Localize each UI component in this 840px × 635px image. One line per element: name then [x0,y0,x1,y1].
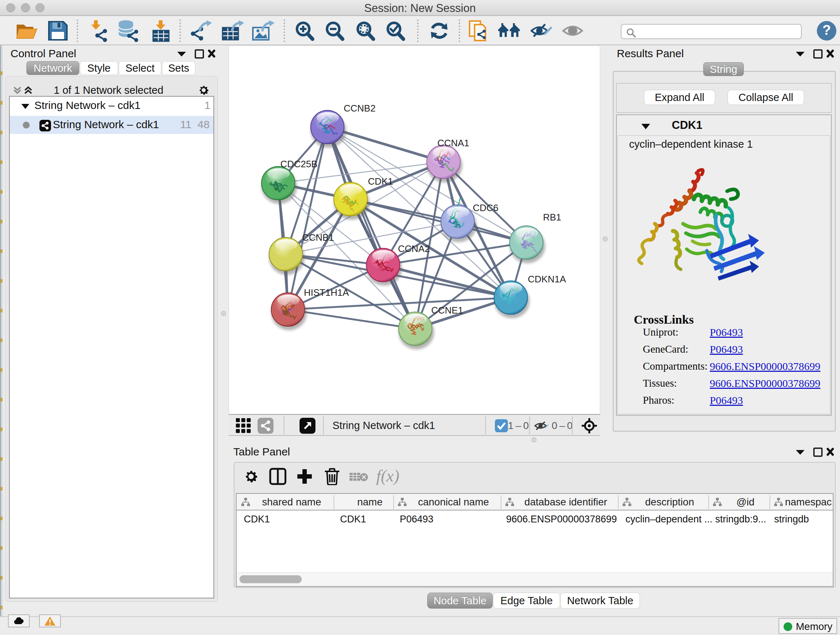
svg-text:CDC6: CDC6 [473,203,499,213]
svg-text:CDK1: CDK1 [368,176,393,187]
svg-text:CDC25B: CDC25B [280,158,317,169]
svg-text:CCNA2: CCNA2 [398,243,430,254]
svg-text:CDKN1A: CDKN1A [528,274,566,285]
svg-text:CCNB2: CCNB2 [344,103,376,114]
svg-text:RB1: RB1 [543,212,561,223]
svg-text:CCNA1: CCNA1 [437,138,469,149]
svg-text:CCNE1: CCNE1 [431,305,463,316]
svg-text:HIST1H1A: HIST1H1A [304,287,349,298]
svg-text:CCNB1: CCNB1 [302,232,334,243]
